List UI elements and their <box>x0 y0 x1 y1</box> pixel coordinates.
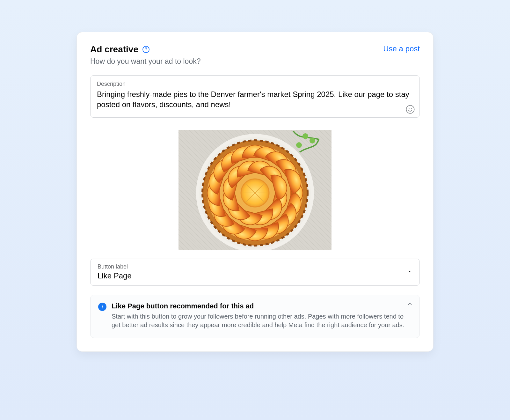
caret-down-icon <box>407 269 412 276</box>
svg-point-8 <box>302 133 308 139</box>
info-content: Like Page button recommended for this ad… <box>112 302 412 329</box>
svg-point-10 <box>296 142 302 148</box>
info-title: Like Page button recommended for this ad <box>112 302 412 310</box>
help-icon[interactable] <box>142 46 150 53</box>
svg-point-3 <box>409 108 410 109</box>
emoji-icon[interactable] <box>405 105 415 114</box>
description-field[interactable]: Description <box>90 75 420 118</box>
section-subtitle: How do you want your ad to look? <box>90 57 200 66</box>
title-row: Ad creative <box>90 44 200 55</box>
description-input[interactable] <box>97 89 413 112</box>
section-title: Ad creative <box>90 44 138 55</box>
svg-point-4 <box>411 108 412 109</box>
select-left: Button label Like Page <box>98 263 132 280</box>
info-description: Start with this button to grow your foll… <box>112 312 412 329</box>
svg-point-1 <box>146 51 146 51</box>
title-block: Ad creative How do you want your ad to l… <box>90 44 200 66</box>
use-a-post-link[interactable]: Use a post <box>383 44 420 53</box>
ad-image-wrap: (function(){ var ns="http://www.w3.org/2… <box>90 130 420 250</box>
card-header: Ad creative How do you want your ad to l… <box>90 44 420 66</box>
button-label-select[interactable]: Button label Like Page <box>90 259 420 286</box>
button-label-value: Like Page <box>98 271 132 280</box>
ad-creative-card: Ad creative How do you want your ad to l… <box>76 32 433 352</box>
info-icon: i <box>98 303 106 311</box>
svg-point-2 <box>406 106 414 114</box>
ad-image[interactable]: (function(){ var ns="http://www.w3.org/2… <box>178 130 332 250</box>
description-label: Description <box>97 81 413 87</box>
button-label-label: Button label <box>98 263 132 270</box>
recommendation-box: i Like Page button recommended for this … <box>90 295 420 338</box>
svg-point-9 <box>310 138 315 144</box>
chevron-up-icon[interactable] <box>406 300 414 308</box>
